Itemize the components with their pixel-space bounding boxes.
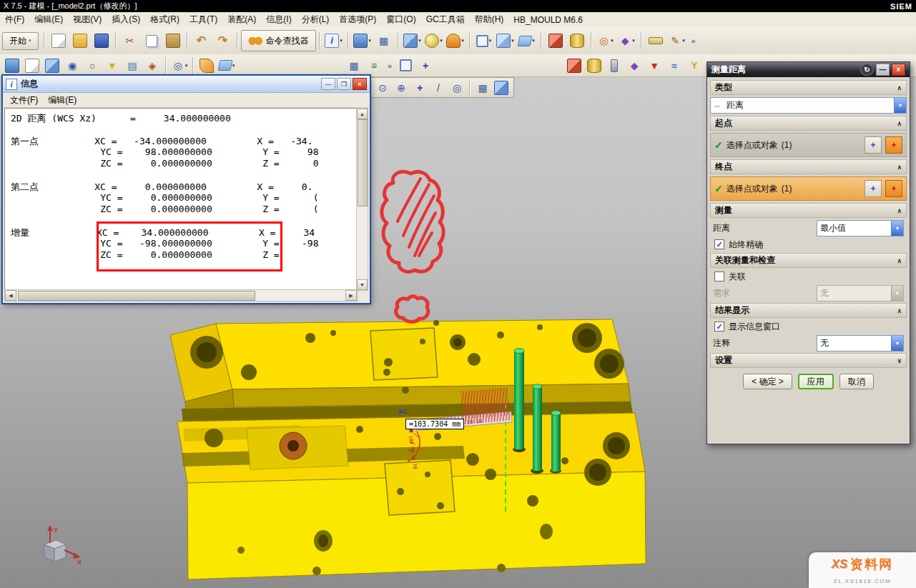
surface-icon[interactable]	[197, 56, 216, 75]
revolve-icon[interactable]	[567, 31, 587, 51]
close-icon[interactable]: ×	[892, 64, 905, 76]
zoom-icon[interactable]: ○	[83, 56, 102, 75]
info-menu-item-2[interactable]: 编辑(E)	[44, 94, 81, 107]
close-icon[interactable]: ×	[353, 78, 367, 90]
assembly-icon[interactable]: ▾	[496, 31, 516, 51]
part-navigator-icon[interactable]: ▤	[123, 56, 142, 75]
menu-item-6[interactable]: 工具(T)	[184, 12, 222, 27]
datum-plane-icon[interactable]: ▾	[517, 31, 537, 51]
solid-view-icon[interactable]	[43, 56, 61, 75]
type-dropdown[interactable]: ⇔ 距离 ▼	[710, 97, 907, 114]
chevron-down-icon[interactable]: ▾	[232, 63, 235, 69]
section-header-measure[interactable]: 测量 ∧	[710, 203, 907, 218]
open-file-icon[interactable]	[70, 31, 90, 51]
snap-center-icon[interactable]: ⊕	[393, 79, 410, 96]
scroll-right-icon[interactable]: ▶	[345, 290, 357, 301]
undo-icon[interactable]: ↶	[192, 31, 212, 51]
view-window-icon[interactable]	[3, 56, 21, 75]
chevron-down-icon[interactable]: ▾	[440, 38, 443, 44]
section-header-end-point[interactable]: 终点 ∧	[710, 159, 907, 174]
menu-item-1[interactable]: 件(F)	[0, 12, 29, 27]
section-header-results[interactable]: 结果显示 ∧	[710, 303, 907, 318]
curve-icon[interactable]: ≈	[665, 56, 684, 75]
point-constructor-icon[interactable]: ◎▾	[170, 56, 189, 75]
chevron-down-icon[interactable]: ▾	[368, 38, 371, 44]
save-icon[interactable]	[92, 31, 112, 51]
sketch-icon[interactable]: ✎▾	[667, 31, 687, 51]
menu-item-10[interactable]: 首选项(P)	[334, 12, 381, 27]
menu-item-8[interactable]: 信息(I)	[261, 12, 296, 27]
chevron-down-icon[interactable]: ▾	[532, 38, 535, 44]
snap-intersection-icon[interactable]: +	[411, 79, 428, 96]
scrollbar-thumb[interactable]	[358, 119, 368, 206]
end-point-select-row[interactable]: ✓ 选择点或对象 (1) + +	[710, 176, 907, 201]
snap-settings-icon[interactable]: ◈	[143, 56, 162, 75]
layer-settings-icon[interactable]: ≡	[365, 56, 383, 75]
sheet-icon[interactable]	[23, 56, 41, 75]
cancel-button[interactable]: 取消	[839, 374, 874, 389]
layout-icon[interactable]: ▦	[374, 31, 394, 51]
vertical-scrollbar[interactable]: ▲ ▼	[356, 108, 368, 291]
checkbox-unchecked-icon[interactable]	[714, 271, 724, 281]
menu-item-11[interactable]: 窗口(O)	[381, 12, 420, 27]
chevron-down-icon[interactable]: ▾	[185, 63, 188, 69]
wcs-orient-icon[interactable]	[493, 79, 510, 96]
add-component-icon[interactable]: +	[416, 56, 435, 75]
section-header-type[interactable]: 类型 ∧	[710, 80, 907, 95]
selection-filter-icon[interactable]: ▼	[103, 56, 122, 75]
snap-midpoint-icon[interactable]: /	[430, 79, 447, 96]
scrollbar-thumb[interactable]	[18, 291, 255, 301]
snap-quadrant-icon[interactable]: ◎	[448, 79, 466, 96]
ok-button[interactable]: < 确定 >	[743, 374, 792, 389]
distance-method-dropdown[interactable]: 最小值 ▼	[817, 220, 904, 236]
menu-item-7[interactable]: 装配(A)	[222, 12, 261, 27]
command-finder-button[interactable]: 命令查找器	[241, 30, 316, 51]
start-point-select-row[interactable]: ✓ 选择点或对象 (1) + +	[710, 133, 907, 157]
dropdown-arrow-icon[interactable]: ▼	[894, 98, 906, 113]
paste-icon[interactable]	[163, 31, 183, 51]
section-header-settings[interactable]: 设置 ∨	[710, 353, 907, 368]
apply-button[interactable]: 应用	[798, 374, 834, 389]
toolbar-overflow-chevron[interactable]: »	[388, 61, 392, 70]
chevron-down-icon[interactable]: ▾	[632, 38, 635, 44]
orient-view-icon[interactable]: ▾	[445, 31, 466, 51]
view-frame-icon[interactable]	[396, 56, 415, 75]
trim-icon[interactable]: ▼	[645, 56, 664, 75]
point-constructor-icon[interactable]: +	[885, 180, 902, 197]
chevron-down-icon[interactable]: ▾	[489, 38, 492, 44]
checkbox-checked-icon[interactable]: ✓	[714, 322, 724, 332]
section-header-association[interactable]: 关联测量和检查 ∧	[710, 253, 907, 268]
point-constructor-icon[interactable]: +	[885, 136, 902, 154]
rotate-view-icon[interactable]: ◉	[63, 56, 82, 75]
dialog-titlebar[interactable]: 测量距离 ↻ — ×	[707, 62, 910, 77]
measure-tool-icon[interactable]: ◎▾	[596, 31, 616, 51]
render-style-icon[interactable]: ▾	[424, 31, 444, 51]
horizontal-scrollbar[interactable]: ◀ ▶	[4, 289, 358, 302]
scroll-down-icon[interactable]: ▼	[357, 279, 368, 290]
gc-toolbox-icon[interactable]: Y	[685, 56, 704, 75]
chevron-down-icon[interactable]: ▾	[682, 38, 685, 44]
chevron-down-icon[interactable]: ▾	[511, 38, 514, 44]
snap-point-icon[interactable]: ⊙	[374, 79, 391, 96]
section-header-start-point[interactable]: 起点 ∧	[710, 116, 907, 131]
grid-display-icon[interactable]: ▦	[345, 56, 363, 75]
redo-icon[interactable]: ↷	[213, 31, 233, 51]
window-icon[interactable]: ▾	[474, 31, 494, 51]
grid-snap-icon[interactable]: ▦	[474, 79, 491, 96]
new-file-icon[interactable]	[49, 31, 69, 51]
menu-item-3[interactable]: 视图(V)	[68, 12, 107, 27]
synchronous-icon[interactable]: ◆	[625, 56, 644, 75]
association-checkbox-row[interactable]: 关联	[710, 270, 907, 283]
point-dialog-icon[interactable]: +	[865, 180, 882, 197]
checkbox-checked-icon[interactable]: ✓	[714, 239, 724, 249]
menu-item-13[interactable]: 帮助(H)	[470, 12, 509, 27]
dropdown-arrow-icon[interactable]: ▼	[891, 336, 903, 351]
datum-icon[interactable]: ▾	[217, 56, 236, 75]
point-dialog-icon[interactable]: +	[865, 136, 882, 154]
chevron-down-icon[interactable]: ▾	[418, 38, 421, 44]
move-object-icon[interactable]	[546, 31, 566, 51]
copy-icon[interactable]	[142, 31, 162, 51]
show-info-checkbox-row[interactable]: ✓ 显示信息窗口	[710, 320, 907, 333]
scroll-left-icon[interactable]: ◀	[5, 290, 16, 301]
scroll-up-icon[interactable]: ▲	[357, 109, 368, 119]
